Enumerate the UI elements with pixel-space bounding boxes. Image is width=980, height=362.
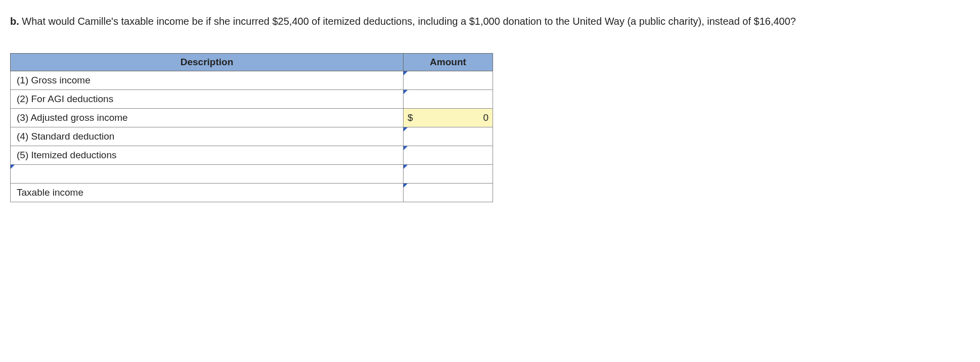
amount-input[interactable] [404, 165, 493, 184]
table-row: (4) Standard deduction [11, 127, 493, 146]
header-description: Description [11, 54, 404, 71]
amount-input[interactable] [404, 71, 493, 90]
row-desc: (5) Itemized deductions [11, 146, 404, 165]
row-desc-input[interactable] [11, 165, 404, 184]
amount-input[interactable] [404, 127, 493, 146]
amount-input[interactable] [404, 184, 493, 202]
table-row: Taxable income [11, 184, 493, 202]
row-desc: (3) Adjusted gross income [11, 109, 404, 127]
question-body: What would Camille's taxable income be i… [22, 16, 796, 27]
row-desc: Taxable income [11, 184, 404, 202]
table-row: (2) For AGI deductions [11, 90, 493, 109]
worksheet-table: Description Amount (1) Gross income (2) … [10, 53, 493, 202]
question-text: b. What would Camille's taxable income b… [10, 14, 961, 29]
dollar-sign: $ [408, 112, 413, 123]
table-row [11, 165, 493, 184]
table-row: (5) Itemized deductions [11, 146, 493, 165]
row-desc: (1) Gross income [11, 71, 404, 90]
amount-input[interactable] [404, 90, 493, 109]
amount-calculated: $ 0 [404, 109, 493, 127]
question-label: b. [10, 16, 19, 27]
table-row: (3) Adjusted gross income $ 0 [11, 109, 493, 127]
amount-input[interactable] [404, 146, 493, 165]
row-desc: (4) Standard deduction [11, 127, 404, 146]
table-row: (1) Gross income [11, 71, 493, 90]
header-amount: Amount [404, 54, 493, 71]
amount-value: 0 [413, 112, 488, 123]
row-desc: (2) For AGI deductions [11, 90, 404, 109]
table-header-row: Description Amount [11, 54, 493, 71]
